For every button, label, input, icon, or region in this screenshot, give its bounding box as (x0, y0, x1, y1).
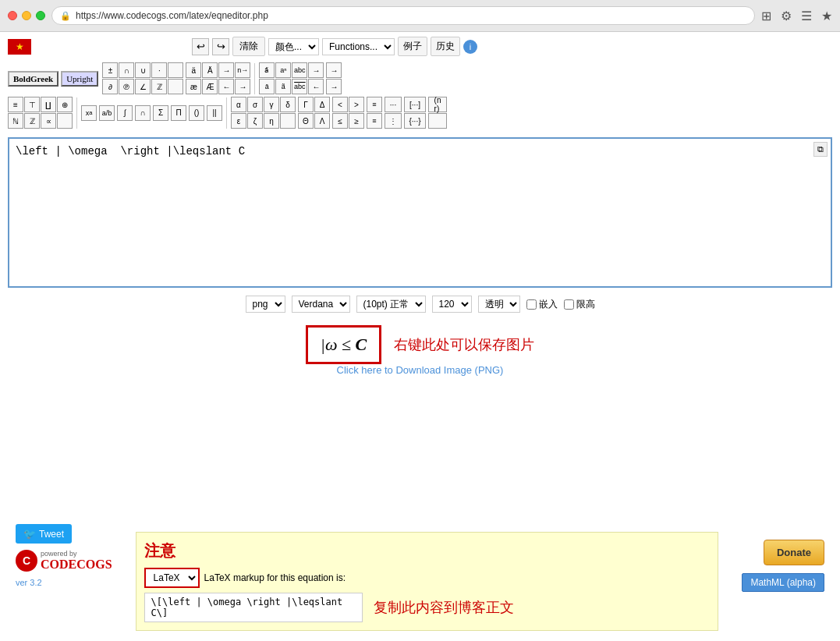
sym-partial[interactable]: ∂ (102, 79, 118, 94)
sym-N[interactable]: ℕ (8, 113, 23, 129)
sym-equiv2[interactable]: ≡ (367, 97, 382, 112)
sym-alpha[interactable]: α (231, 97, 246, 112)
sym-right-arrow5[interactable]: → (326, 79, 342, 94)
sym-paren[interactable]: () (189, 105, 204, 121)
info-button[interactable]: i (463, 40, 477, 54)
math-preview[interactable]: |ω ≤ C (306, 325, 381, 364)
sym-cdot[interactable]: · (151, 62, 167, 78)
size-select[interactable]: (10pt) 正常 (356, 296, 426, 313)
sym-gamma[interactable]: γ (264, 97, 279, 112)
sym-right-arrow2[interactable]: → (235, 79, 250, 94)
sym-abc1[interactable]: a̋ (259, 62, 275, 78)
sym-left-arrow2[interactable]: ← (308, 79, 324, 94)
font-select[interactable]: Verdana (292, 296, 350, 313)
latex-editor[interactable]: \left | \omega \right |\leqslant C (16, 145, 824, 278)
latex-type-select[interactable]: LaTeX (144, 568, 200, 588)
sym-cap[interactable]: ∩ (119, 62, 134, 78)
sym-lt[interactable]: < (332, 97, 348, 112)
dpi-select[interactable]: 120 (432, 296, 472, 313)
sym-right-arrow4[interactable]: → (326, 62, 342, 78)
sym-A-acute[interactable]: Ä (202, 62, 218, 78)
bookmark-icon[interactable]: ★ (821, 9, 832, 23)
sym-left-arrow[interactable]: ← (218, 79, 234, 94)
sym-sigma[interactable]: σ (247, 97, 263, 112)
sym-abc2[interactable]: aⁿ (275, 62, 291, 78)
sym-sum[interactable]: Σ (153, 105, 168, 121)
sym-leq[interactable]: ≤ (332, 113, 348, 129)
sym-Z2[interactable]: ℤ (24, 113, 40, 129)
sym-cap2[interactable]: ∩ (135, 105, 151, 121)
sym-Theta[interactable]: Θ (298, 113, 314, 129)
sym-equiv[interactable]: ≡ (8, 97, 23, 112)
sym-dots1[interactable]: ··· (385, 97, 402, 112)
url-bar[interactable]: 🔒 https://www.codecogs.com/latex/eqnedit… (51, 6, 755, 25)
format-select[interactable]: png (246, 296, 285, 313)
sym-empty[interactable] (168, 62, 183, 78)
sym-right-arrow[interactable]: → (218, 62, 234, 78)
color-select[interactable]: 颜色... (268, 38, 319, 55)
sym-int[interactable]: ∫ (117, 105, 133, 121)
upright-button[interactable]: Upright (61, 71, 98, 87)
mathml-button[interactable]: MathML (alpha) (742, 573, 824, 592)
sym-coprod[interactable]: ∐ (41, 97, 56, 112)
sym-dots2[interactable]: ⋮ (385, 113, 402, 129)
sym-empty4[interactable] (280, 113, 296, 129)
sym-Gamma[interactable]: Γ (298, 97, 314, 112)
sym-xa[interactable]: xa (81, 105, 97, 121)
donate-button[interactable]: Donate (764, 540, 824, 565)
limit-height-checkbox[interactable] (564, 299, 574, 310)
redo-btn[interactable]: ↪ (212, 38, 229, 55)
clear-button[interactable]: 清除 (232, 37, 265, 56)
sym-norm[interactable]: || (207, 105, 222, 121)
tweet-button[interactable]: 🐦 Tweet (16, 524, 72, 544)
download-link[interactable]: Click here to Download Image (PNG) (0, 364, 840, 376)
sym-prod[interactable]: Π (171, 105, 186, 121)
sym-abc3[interactable]: abc (292, 62, 307, 78)
sym-n-arrow[interactable]: n→ (235, 62, 250, 78)
sym-bracket1[interactable]: [···] (404, 97, 426, 112)
sym-eta[interactable]: η (264, 113, 279, 129)
sym-propto[interactable]: ∝ (41, 113, 56, 129)
sym-abc6[interactable]: abc (292, 79, 307, 94)
history-button[interactable]: 历史 (431, 37, 460, 56)
sym-angle[interactable]: ∠ (135, 79, 151, 94)
sym-dagger[interactable]: ⊤ (24, 97, 40, 112)
functions-select[interactable]: Functions... (322, 38, 395, 55)
latex-code-box[interactable]: \[\left | \omega \right |\leqslant C\] (144, 593, 363, 622)
limit-height-label[interactable]: 限高 (564, 298, 595, 311)
embed-checkbox[interactable] (526, 299, 537, 310)
sym-AE[interactable]: Æ (202, 79, 218, 94)
undo-btn[interactable]: ↩ (192, 38, 209, 55)
sym-delta-small[interactable]: δ (280, 97, 296, 112)
sym-frac[interactable]: a/b (99, 105, 115, 121)
sym-equiv3[interactable]: ≡ (367, 113, 382, 129)
sym-ae[interactable]: æ (186, 79, 201, 94)
sym-Lambda[interactable]: Λ (314, 113, 330, 129)
sym-cup[interactable]: ∪ (135, 62, 151, 78)
bg-select[interactable]: 透明 (478, 296, 520, 313)
sym-abc5[interactable]: ã (275, 79, 291, 94)
reader-icon[interactable]: ☰ (801, 9, 812, 23)
bold-greek-button[interactable]: BoldGreek (8, 71, 58, 87)
settings-icon[interactable]: ⚙ (781, 9, 792, 23)
sym-gt[interactable]: > (349, 97, 364, 112)
close-btn[interactable] (8, 11, 17, 20)
sym-zeta[interactable]: ζ (247, 113, 263, 129)
sym-empty3[interactable] (57, 113, 73, 129)
sym-abc4[interactable]: ā (259, 79, 275, 94)
sym-bracket2[interactable]: {···} (404, 113, 426, 129)
sym-geq[interactable]: ≥ (349, 113, 364, 129)
sym-plus-minus[interactable]: ± (102, 62, 118, 78)
extensions-icon[interactable]: ⊞ (761, 9, 771, 23)
minimize-btn[interactable] (22, 11, 31, 20)
embed-label[interactable]: 嵌入 (526, 298, 558, 311)
sym-a-acute[interactable]: ä (186, 62, 201, 78)
sym-epsilon[interactable]: ε (231, 113, 246, 129)
sym-empty5[interactable] (428, 113, 447, 129)
sym-oplus[interactable]: ⊕ (57, 97, 73, 112)
sym-Delta[interactable]: Δ (314, 97, 330, 112)
examples-button[interactable]: 例子 (398, 37, 427, 56)
copy-button[interactable]: ⧉ (813, 142, 828, 157)
sym-P[interactable]: ℗ (119, 79, 134, 94)
sym-binom[interactable]: (nr) (428, 97, 447, 112)
